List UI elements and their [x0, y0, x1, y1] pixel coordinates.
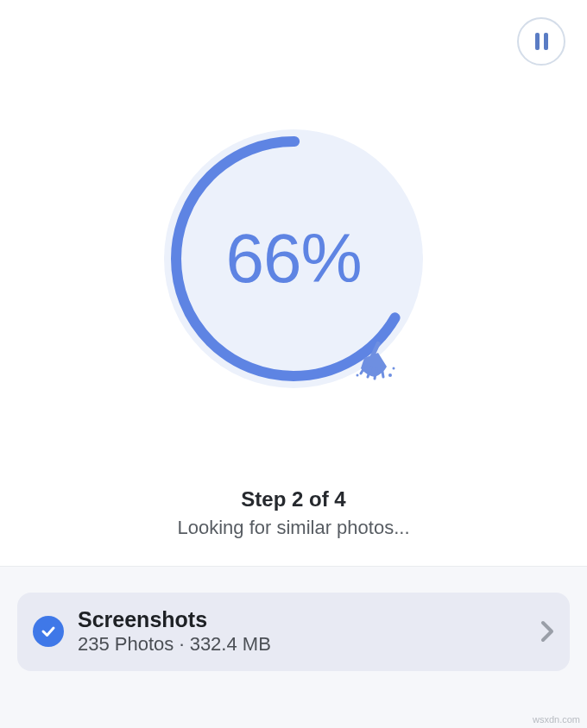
step-counter-label: Step 2 of 4: [0, 487, 587, 511]
chevron-right-icon: [540, 620, 554, 643]
check-icon: [33, 616, 64, 647]
svg-point-1: [388, 373, 392, 377]
pause-button[interactable]: [517, 17, 565, 66]
svg-point-2: [393, 367, 395, 370]
watermark-label: wsxdn.com: [533, 714, 580, 725]
scan-progress-screen: 66% Step 2 of 4 Looking for similar phot…: [0, 0, 587, 566]
progress-circle: 66%: [164, 129, 423, 388]
results-section: Screenshots 235 Photos · 332.4 MB: [0, 566, 587, 728]
result-title: Screenshots: [78, 606, 527, 632]
result-text-block: Screenshots 235 Photos · 332.4 MB: [78, 606, 527, 657]
result-subtitle: 235 Photos · 332.4 MB: [78, 632, 527, 657]
result-row-screenshots[interactable]: Screenshots 235 Photos · 332.4 MB: [17, 593, 570, 671]
status-text-block: Step 2 of 4 Looking for similar photos..…: [0, 487, 587, 539]
pause-icon: [535, 33, 548, 50]
broom-icon: [349, 341, 397, 382]
svg-point-3: [357, 374, 359, 377]
step-detail-label: Looking for similar photos...: [0, 517, 587, 539]
progress-percent-label: 66%: [225, 219, 361, 298]
